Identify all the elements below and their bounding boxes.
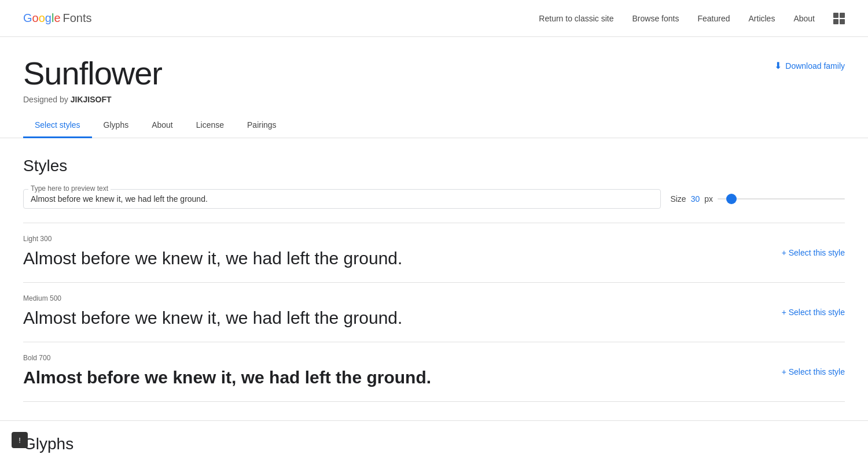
nav-about[interactable]: About: [793, 14, 815, 23]
style-preview-bold: Almost before we knew it, we had left th…: [23, 365, 773, 390]
nav-articles[interactable]: Articles: [749, 14, 775, 23]
font-designer: Designed by JIKJISOFT: [23, 95, 162, 104]
logo-text: Google: [23, 12, 61, 25]
glyphs-section-title: Glyphs: [23, 435, 845, 453]
preview-text-input[interactable]: [31, 194, 653, 204]
tab-glyphs[interactable]: Glyphs: [92, 113, 141, 138]
size-slider[interactable]: [718, 198, 845, 199]
font-title-area: Sunflower Designed by JIKJISOFT: [23, 56, 162, 104]
feedback-button[interactable]: !: [12, 432, 28, 448]
select-style-medium-button[interactable]: + Select this style: [773, 303, 845, 321]
font-header: Sunflower Designed by JIKJISOFT ⬇ Downlo…: [0, 37, 868, 113]
nav-browse-fonts[interactable]: Browse fonts: [632, 14, 679, 23]
tabs-nav: Select styles Glyphs About License Pairi…: [0, 113, 868, 138]
tab-pairings[interactable]: Pairings: [236, 113, 288, 138]
google-fonts-logo[interactable]: Google Fonts: [23, 12, 92, 25]
preview-input-wrapper: Type here to preview text: [23, 189, 661, 209]
style-info-bold: Bold 700 Almost before we knew it, we ha…: [23, 354, 773, 390]
feedback-icon: !: [19, 436, 21, 445]
nav-return-classic[interactable]: Return to classic site: [539, 14, 613, 23]
style-preview-medium: Almost before we knew it, we had left th…: [23, 306, 773, 330]
style-card-light: Light 300 Almost before we knew it, we h…: [23, 223, 845, 282]
weight-label-bold: Bold 700: [23, 354, 773, 362]
style-info-light: Light 300 Almost before we knew it, we h…: [23, 235, 773, 271]
designer-name: JIKJISOFT: [71, 95, 112, 104]
glyphs-section: Glyphs: [0, 420, 868, 453]
size-value: 30: [691, 194, 700, 204]
designer-prefix: Designed by: [23, 95, 68, 104]
header-nav: Return to classic site Browse fonts Feat…: [539, 13, 845, 24]
grid-view-icon[interactable]: [833, 13, 845, 24]
main-content: Styles Type here to preview text Size 30…: [0, 138, 868, 420]
size-label: Size: [670, 194, 686, 204]
tab-license[interactable]: License: [185, 113, 236, 138]
download-icon: ⬇: [774, 60, 782, 71]
preview-input-label: Type here to preview text: [28, 184, 111, 193]
nav-featured[interactable]: Featured: [697, 14, 730, 23]
style-info-medium: Medium 500 Almost before we knew it, we …: [23, 294, 773, 330]
select-style-light-button[interactable]: + Select this style: [773, 243, 845, 262]
font-title: Sunflower: [23, 56, 162, 91]
style-card-medium: Medium 500 Almost before we knew it, we …: [23, 282, 845, 342]
tab-select-styles[interactable]: Select styles: [23, 113, 92, 138]
download-family-button[interactable]: ⬇ Download family: [774, 60, 845, 71]
header: Google Fonts Return to classic site Brow…: [0, 0, 868, 37]
logo-fonts-text: Fonts: [63, 12, 92, 25]
styles-section-title: Styles: [23, 157, 845, 175]
style-card-bold: Bold 700 Almost before we knew it, we ha…: [23, 342, 845, 402]
preview-controls: Type here to preview text Size 30 px: [23, 189, 845, 209]
download-label: Download family: [785, 61, 845, 71]
weight-label-light: Light 300: [23, 235, 773, 243]
select-style-bold-button[interactable]: + Select this style: [773, 363, 845, 381]
size-controls: Size 30 px: [670, 194, 845, 204]
weight-label-medium: Medium 500: [23, 294, 773, 302]
size-unit: px: [704, 194, 713, 204]
style-preview-light: Almost before we knew it, we had left th…: [23, 246, 773, 271]
tab-about[interactable]: About: [140, 113, 185, 138]
